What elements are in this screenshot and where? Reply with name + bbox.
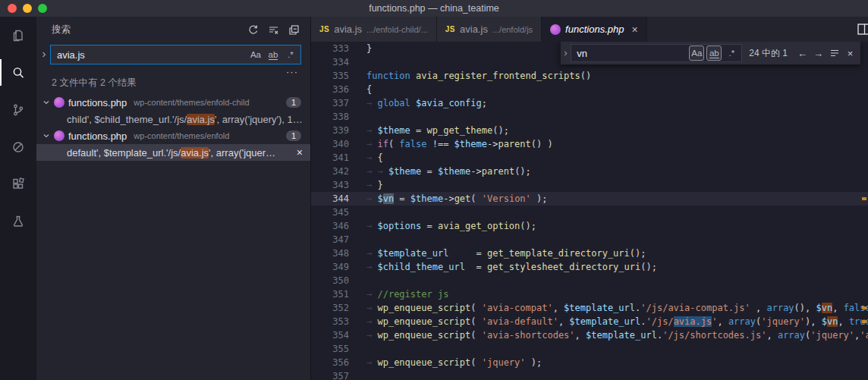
code-line-335[interactable]: 335function avia_register_frontend_scrip… [311,69,868,83]
regex-toggle[interactable]: .* [724,46,739,61]
code-line-344[interactable]: 344→ $vn = $theme->get( 'Version' ); [311,192,868,206]
activity-explorer[interactable] [0,17,36,54]
code-line-347[interactable]: 347 [311,233,868,247]
line-number[interactable]: 336 [311,83,349,96]
code-token: wp_enqueue_script [377,357,470,368]
code-line-352[interactable]: 352→ wp_enqueue_script( 'avia-compat', $… [311,301,868,315]
find-in-selection-icon[interactable] [826,46,842,61]
code-line-354[interactable]: 354→ wp_enqueue_script( 'avia-shortcodes… [311,328,868,342]
line-number[interactable]: 335 [311,69,349,83]
activity-source-control[interactable] [0,91,36,128]
find-replace-chevron-icon[interactable] [559,42,571,64]
minimize-window-button[interactable] [23,4,32,13]
code-line-346[interactable]: 346→ $options = avia_get_option(); [311,219,868,233]
match-before: child', $child_theme_url.'/js/ [67,114,187,125]
whole-word-toggle[interactable]: ab [706,46,722,61]
search-input[interactable]: avia.js Aa ab .* [50,45,301,64]
search-result-file[interactable]: functions.phpwp-content/themes/enfold1 [36,127,310,144]
code-line-353[interactable]: 353→ wp_enqueue_script( 'avia-default', … [311,315,868,328]
close-window-button[interactable] [8,4,17,13]
line-number[interactable]: 334 [311,55,349,69]
line-number[interactable]: 352 [311,301,349,315]
code-token [410,98,416,108]
line-number[interactable]: 354 [311,328,349,342]
code-line-356[interactable]: 356→ wp_enqueue_script( 'jquery' ); [311,356,868,369]
split-editor-icon[interactable] [857,23,868,39]
whitespace-tab-arrow: → [366,125,377,136]
next-match-button[interactable]: → [810,46,826,61]
code-token: global [377,98,410,108]
line-number[interactable]: 351 [311,287,349,301]
find-input[interactable]: vn Aa ab .* [571,44,742,62]
whitespace-tab-arrow: → [366,139,377,149]
code-token: ; [482,98,487,108]
code-line-348[interactable]: 348→ $template_url = get_template_direct… [311,247,868,260]
code-line-341[interactable]: 341→ { [311,151,868,165]
dismiss-icon[interactable]: × [291,146,303,159]
code-line-350[interactable]: 350 [311,274,868,287]
code-line-338[interactable]: 338 [311,110,868,124]
code-text: → wp_enqueue_script( 'avia-compat', $tem… [366,301,868,315]
line-number[interactable]: 356 [311,356,349,369]
line-number[interactable]: 347 [311,233,349,247]
tab-label: functions.php [565,24,624,35]
previous-match-button[interactable]: ← [794,46,810,61]
line-number[interactable]: 337 [311,96,349,110]
activity-run-disabled[interactable] [0,128,36,165]
line-number[interactable]: 348 [311,247,349,260]
circle-slash-icon [11,140,26,155]
code-line-355[interactable]: 355 [311,342,868,356]
whole-word-toggle[interactable]: ab [266,47,281,62]
code-line-343[interactable]: 343→ } [311,178,868,192]
refresh-icon[interactable] [247,24,259,36]
editor-tab[interactable]: JSavia.js.../enfold-child/... [311,17,437,42]
line-number[interactable]: 342 [311,165,349,178]
overview-ruler[interactable] [860,42,868,380]
line-number[interactable]: 343 [311,178,349,192]
code-token: wp_enqueue_script [377,303,470,313]
line-number[interactable]: 345 [311,206,349,219]
line-number[interactable]: 339 [311,124,349,137]
line-number[interactable]: 344 [311,192,349,206]
editor-tab[interactable]: functions.php× [542,17,647,42]
code-line-349[interactable]: 349→ $child_theme_url = get_stylesheet_d… [311,260,868,274]
match-case-toggle[interactable]: Aa [689,46,704,61]
line-number[interactable]: 349 [311,260,349,274]
line-number[interactable]: 333 [311,42,349,55]
code-line-351[interactable]: 351→ //register js [311,287,868,301]
code-line-342[interactable]: 342→ → $theme = $theme->parent(); [311,165,868,178]
activity-testing[interactable] [0,203,36,240]
whitespace-tab-arrow: → [366,193,377,204]
line-number[interactable]: 350 [311,274,349,287]
zoom-window-button[interactable] [38,4,47,13]
match-case-toggle[interactable]: Aa [248,47,263,62]
line-number[interactable]: 355 [311,342,349,356]
editor-tab[interactable]: JSavia.js.../enfold/js [437,17,542,42]
line-number[interactable]: 340 [311,137,349,151]
line-number[interactable]: 346 [311,219,349,233]
toggle-replace-chevron-icon[interactable] [38,45,50,58]
activity-extensions[interactable] [0,165,36,203]
search-match-row[interactable]: default', $template_url.'/js/avia.js', a… [36,144,310,161]
activity-search[interactable] [0,54,36,91]
search-query-text: avia.js [57,49,248,61]
line-number[interactable]: 338 [311,110,349,124]
close-find-icon[interactable]: × [842,46,858,61]
code-line-337[interactable]: 337→ global $avia_config; [311,96,868,110]
line-number[interactable]: 353 [311,315,349,328]
code-line-357[interactable]: 357 [311,369,868,380]
extensions-icon [11,177,26,192]
code-line-345[interactable]: 345 [311,206,868,219]
code-line-340[interactable]: 340→ if( false !== $theme->parent() ) [311,137,868,151]
code-line-339[interactable]: 339→ $theme = wp_get_theme(); [311,124,868,137]
regex-toggle[interactable]: .* [283,47,298,62]
search-match-row[interactable]: child', $child_theme_url.'/js/avia.js', … [36,111,310,127]
collapse-all-icon[interactable] [288,24,300,36]
line-number[interactable]: 341 [311,151,349,165]
ruler-match-mark [862,197,866,200]
clear-search-results-icon[interactable] [268,24,279,36]
code-line-336[interactable]: 336{ [311,83,868,96]
close-icon[interactable]: × [631,24,637,36]
search-result-file[interactable]: functions.phpwp-content/themes/enfold-ch… [36,94,310,111]
line-number[interactable]: 357 [311,369,349,380]
